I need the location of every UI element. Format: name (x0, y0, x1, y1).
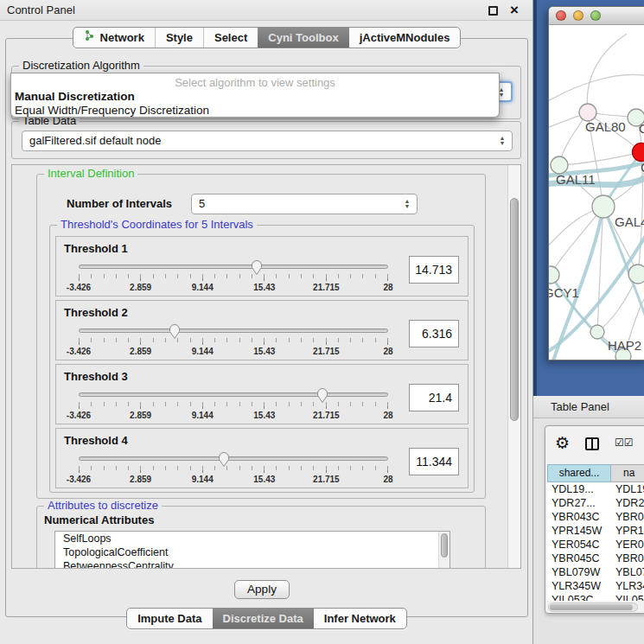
number-of-intervals-value: 5 (199, 197, 205, 210)
tab-select-label: Select (214, 28, 247, 48)
attributes-group: Attributes to discretize Numerical Attri… (36, 506, 486, 569)
control-panel-titlebar: Control Panel × (0, 0, 532, 21)
node-label-c: C (641, 160, 644, 175)
tab-impute-data[interactable]: Impute Data (127, 609, 212, 628)
algorithm-option-manual[interactable]: Manual Discretization (15, 90, 135, 103)
table-row[interactable]: YBR045CYBR045C (547, 552, 644, 565)
tab-style-label: Style (166, 28, 193, 48)
column-header-shared-name[interactable]: shared... (547, 464, 611, 482)
tab-style[interactable]: Style (155, 28, 203, 48)
slider-track[interactable] (79, 328, 388, 333)
table-row[interactable]: YLR345WYLR345W (547, 579, 644, 593)
threshold-2-slider[interactable]: -3.426 2.859 9.144 15.43 21.715 28 (79, 328, 388, 333)
network-window-titlebar[interactable] (549, 7, 644, 25)
network-icon (84, 28, 95, 48)
thresholds-group: Threshold's Coordinates for 5 Intervals … (49, 225, 475, 493)
table-row[interactable]: YDL19...YDL19... (547, 482, 644, 496)
tick-label: -3.426 (67, 475, 91, 484)
cell: YIL053C (547, 593, 611, 601)
node-label-gal80: GAL80 (585, 119, 626, 134)
attribute-item[interactable]: BetweennessCentrality (55, 559, 450, 569)
node-label-gcy1: GCY1 (549, 285, 579, 300)
threshold-1-slider[interactable]: -3.426 2.859 9.144 15.43 21.715 28 (79, 265, 388, 269)
app-screen: Control Panel × (0, 0, 644, 644)
node-h[interactable] (628, 265, 644, 284)
apply-button[interactable]: Apply (234, 580, 290, 599)
table-row[interactable]: YIL053CYIL053C (547, 593, 644, 601)
settings-vertical-scrollbar[interactable] (507, 165, 520, 568)
tab-select[interactable]: Select (203, 28, 258, 48)
network-view-window[interactable]: GAL80 G C GAL11 GAL4 GCY1 H HAP2 (548, 6, 644, 360)
threshold-2-value-field[interactable]: 6.316 (409, 320, 459, 348)
interval-definition-title: Interval Definition (44, 167, 137, 180)
tab-cyni-toolbox-label: Cyni Toolbox (268, 28, 338, 48)
table-header-row: shared... na (547, 464, 644, 482)
attributes-scrollbar[interactable] (438, 532, 450, 569)
gear-icon[interactable]: ⚙ (555, 433, 570, 452)
tab-cyni-toolbox[interactable]: Cyni Toolbox (258, 28, 348, 48)
threshold-3-slider[interactable]: -3.426 2.859 9.144 15.43 21.715 28 (79, 392, 388, 397)
tick-label: 21.715 (313, 283, 340, 292)
tick-label: 15.43 (253, 283, 275, 292)
cell: YER054C (547, 538, 611, 552)
network-canvas[interactable]: GAL80 G C GAL11 GAL4 GCY1 H HAP2 (549, 25, 644, 360)
algorithm-option-equal-width[interactable]: Equal Width/Frequency Discretization (15, 104, 209, 117)
number-of-intervals-combobox[interactable]: 5 ▲▼ (191, 194, 418, 214)
tab-discretize-data[interactable]: Discretize Data (213, 609, 314, 628)
node-gal80[interactable] (579, 104, 596, 121)
threshold-4-slider[interactable]: -3.426 2.859 9.144 15.43 21.715 28 (79, 456, 388, 461)
close-icon[interactable]: × (510, 1, 519, 20)
tab-impute-data-label: Impute Data (137, 609, 201, 629)
tab-network[interactable]: Network (73, 28, 155, 48)
close-traffic-light-icon[interactable] (556, 10, 566, 21)
tick-label: 28 (383, 283, 392, 292)
table-row[interactable]: YBL079WYBL079W (547, 565, 644, 579)
numerical-attributes-list[interactable]: SelfLoops TopologicalCoefficient Between… (54, 531, 450, 569)
threshold-3-value-field[interactable]: 21.4 (409, 384, 459, 411)
columns-icon[interactable] (585, 437, 599, 450)
threshold-4-row: Threshold 4 -3.426 2.859 (55, 428, 469, 488)
slider-minor-ticks (79, 274, 388, 278)
select-columns-icon[interactable]: ☑☑ (615, 437, 634, 449)
table-row[interactable]: YER054CYER054C (547, 538, 644, 552)
tick-label: -3.426 (67, 411, 91, 420)
slider-thumb[interactable] (316, 386, 329, 404)
threshold-4-label: Threshold 4 (64, 434, 128, 447)
table-data-combobox[interactable]: galFiltered.sif default node ▲▼ (22, 131, 513, 151)
node-gcy1[interactable] (549, 266, 559, 284)
column-header-name[interactable]: na (611, 464, 644, 482)
table-row[interactable]: YDR27...YDR27... (547, 496, 644, 510)
table-toolbar: ⚙ ☑☑ (545, 426, 644, 462)
slider-tick-labels: -3.426 2.859 9.144 15.43 21.715 28 (79, 347, 388, 357)
slider-thumb[interactable] (217, 450, 231, 468)
node-hap2[interactable] (590, 325, 604, 339)
slider-thumb[interactable] (168, 322, 182, 340)
threshold-1-label: Threshold 1 (64, 242, 128, 255)
table-row[interactable]: YBR043CYBR043C (547, 510, 644, 524)
zoom-traffic-light-icon[interactable] (590, 10, 601, 21)
table-row[interactable]: YPR145WYPR145W (547, 524, 644, 538)
slider-thumb[interactable] (250, 258, 264, 276)
minimize-traffic-light-icon[interactable] (573, 10, 583, 21)
cell: YDL19... (547, 482, 611, 496)
table-horizontal-scrollbar[interactable] (548, 603, 638, 612)
node-gal4[interactable] (592, 195, 615, 218)
float-icon[interactable] (488, 6, 498, 16)
slider-track[interactable] (79, 265, 388, 269)
slider-tick-labels: -3.426 2.859 9.144 15.43 21.715 28 (79, 283, 388, 293)
attribute-item[interactable]: SelfLoops (55, 532, 450, 545)
slider-track[interactable] (79, 456, 388, 461)
slider-track[interactable] (79, 392, 388, 397)
threshold-1-row: Threshold 1 -3.426 2.859 (55, 236, 469, 296)
tab-infer-network[interactable]: Infer Network (314, 609, 406, 628)
table-data-group: Table Data galFiltered.sif default node … (11, 121, 521, 159)
node-gal11[interactable] (551, 156, 568, 174)
threshold-1-value-field[interactable]: 14.713 (409, 256, 459, 284)
number-of-intervals-label: Number of Intervals (67, 197, 172, 210)
table-panel-body: ⚙ ☑☑ shared... na YDL19...YDL19... YDR27… (533, 418, 644, 644)
attribute-item[interactable]: TopologicalCoefficient (55, 545, 450, 559)
tab-jactivemnodules-label: jActiveMNodules (360, 28, 450, 48)
tick-label: 21.715 (313, 411, 340, 420)
tab-jactivemnodules[interactable]: jActiveMNodules (349, 28, 461, 48)
threshold-4-value-field[interactable]: 11.344 (409, 448, 459, 475)
